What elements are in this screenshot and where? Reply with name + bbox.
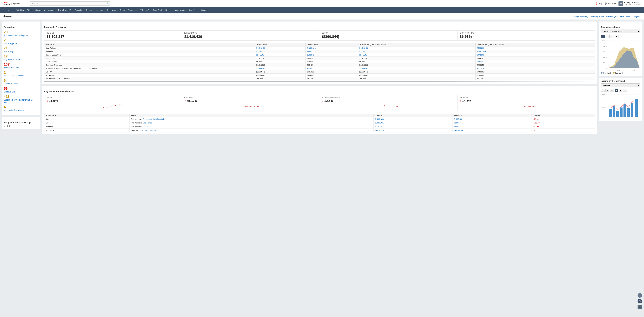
feedback-button[interactable]: 💬 Feedback bbox=[605, 2, 616, 5]
income-btn-line2[interactable]: ∿ bbox=[606, 89, 609, 92]
search-bar[interactable]: 🔍 bbox=[30, 1, 110, 6]
kpi-bank-value: ↓ 12.8% bbox=[322, 99, 455, 103]
dial-float-button[interactable]: 📞 bbox=[638, 305, 642, 309]
nav-activities[interactable]: Activities bbox=[14, 7, 25, 13]
nav-reports[interactable]: Reports bbox=[84, 7, 94, 13]
table-row: Receivables bbox=[44, 128, 130, 132]
nav-analytics[interactable]: Analytics bbox=[94, 7, 105, 13]
table-row: $1,395,831 bbox=[452, 117, 532, 121]
table-row: This Period vs. Last Period bbox=[129, 125, 373, 128]
personalize-dropdown[interactable]: Personalize ▾ bbox=[620, 15, 632, 17]
cfo-item[interactable]: ☰ CFO bbox=[4, 125, 38, 127]
table-row: $40,105,187 bbox=[373, 128, 452, 132]
nav-support[interactable]: Support bbox=[200, 7, 210, 13]
chart-btn-area[interactable]: ⏌ bbox=[601, 35, 605, 38]
kpi-title: Key Performance Indicators bbox=[44, 90, 595, 93]
history-button[interactable]: ↻ bbox=[592, 2, 593, 5]
table-row: $1,818,960 bbox=[255, 63, 306, 67]
table-row: 86.93% bbox=[255, 60, 306, 63]
table-row: $650,375 bbox=[305, 57, 358, 60]
table-row: ↓ 0.7% bbox=[532, 128, 595, 132]
reminder-link-per[interactable]: Periods to Close bbox=[4, 83, 38, 85]
table-row: $544,026 bbox=[476, 46, 595, 50]
change-subsidiary-link[interactable]: Change Subsidiary bbox=[572, 15, 588, 17]
chart-legend-comp: This Month Last Month bbox=[601, 72, 640, 74]
right-panel: · · · · · · Comparative Sales This Month… bbox=[599, 21, 642, 316]
kpi-payables-label: PAYABLES bbox=[460, 96, 593, 98]
reminder-link-io[interactable]: Invoices Overdue bbox=[4, 66, 38, 69]
income-btn-table[interactable]: ☰ bbox=[610, 89, 614, 92]
svg-text:27 Jan: 27 Jan bbox=[631, 69, 635, 71]
kpi-sales-sparkline bbox=[46, 103, 180, 109]
search-input[interactable] bbox=[30, 1, 110, 6]
income-trend-dropdown[interactable]: By Period bbox=[601, 83, 640, 87]
nav-ap[interactable]: A/P bbox=[144, 7, 151, 13]
nav-financial[interactable]: Financial bbox=[73, 7, 84, 13]
reminder-allocation: 1 Allocation Schedule due bbox=[4, 70, 38, 77]
help-button[interactable]: ❓ Help bbox=[596, 2, 602, 5]
table-row: Expenses (excluding Interest, Tax, Depre… bbox=[44, 67, 255, 70]
chart-btn-line[interactable]: ∿ bbox=[606, 35, 610, 38]
nav-deduction-mgmt[interactable]: Deduction Management bbox=[164, 7, 188, 13]
chart-btn-bar[interactable]: ▮ bbox=[615, 35, 618, 38]
nav-icon-refresh[interactable]: ↻ bbox=[1, 9, 6, 11]
home-header-actions: Change Subsidiary Viewing: Portlet date … bbox=[572, 15, 642, 17]
nav-suiteapps[interactable]: SuiteApps bbox=[188, 7, 200, 13]
table-row: 37.13% bbox=[476, 77, 595, 80]
chart-btn-table[interactable]: ☰ bbox=[610, 35, 614, 38]
drag-handle-financials[interactable]: · · · · · · bbox=[44, 23, 595, 25]
comparative-sales-dropdown[interactable]: This Month vs Last Month bbox=[601, 29, 640, 33]
metric-bank-label: BANK BALANCE bbox=[184, 32, 317, 34]
reminder-link-po[interactable]: Purchase Orders to Approve bbox=[4, 34, 38, 36]
table-scrollbar[interactable] bbox=[44, 81, 595, 82]
reminder-customers-noactivity: 413 Customers with No Activity in Past M… bbox=[4, 95, 38, 103]
nav-setup[interactable]: Setup bbox=[118, 7, 126, 13]
kpi-bank-box: TOTAL BANK BALANCE ↓ 12.8% bbox=[320, 95, 458, 111]
viewing-dropdown[interactable]: Viewing: Portlet date settings ▾ bbox=[591, 15, 618, 17]
user-info[interactable]: RP Raditya Pratama Logiframe - Administr… bbox=[618, 1, 642, 6]
nav-customers[interactable]: Customers bbox=[34, 7, 46, 13]
indicators-table: INDICATOR THIS PERIOD LAST PERIOD THIS F… bbox=[44, 43, 595, 80]
income-btn-bar2[interactable]: ▮ bbox=[619, 89, 622, 92]
table-row: $835,317 bbox=[452, 125, 532, 128]
table-row: $835,317 bbox=[305, 50, 358, 53]
drag-handle-reminders[interactable]: · · · · · · bbox=[4, 23, 38, 25]
nav-ar[interactable]: A/R bbox=[138, 7, 144, 13]
reminder-number-pd: 17 bbox=[4, 54, 38, 58]
svg-rect-23 bbox=[620, 107, 622, 117]
kpi-table: ▼ INDICATOR PERIOD CURRENT PREVIOUS CHAN… bbox=[44, 114, 595, 132]
table-row: This Month vs. Same Month Last FQtr to D… bbox=[129, 117, 373, 121]
income-btn-line3[interactable]: ∿ bbox=[623, 89, 627, 92]
reminder-link-al[interactable]: Allocation Schedule due bbox=[4, 75, 38, 77]
info-float-button[interactable]: ⓘ bbox=[638, 299, 642, 304]
income-btn-bar[interactable]: ▮ bbox=[614, 89, 618, 92]
reminder-link-ob[interactable]: Overdue Bills bbox=[4, 91, 38, 93]
nav-payments[interactable]: Payments bbox=[126, 7, 138, 13]
drag-handle-kpi[interactable]: · · · · · · bbox=[44, 88, 595, 90]
layout-dropdown[interactable]: Layout ▾ bbox=[634, 15, 642, 17]
nav-sales-audit[interactable]: Sales Audit bbox=[151, 7, 164, 13]
reminder-invoices-overdue: 137 Invoices Overdue bbox=[4, 62, 38, 69]
nav-payroll[interactable]: Payroll and HR bbox=[57, 7, 73, 13]
svg-rect-22 bbox=[616, 111, 619, 117]
reminder-link-cna[interactable]: Customers with No Activity in Past Month bbox=[4, 99, 38, 103]
reminder-vendor-credits: 4 Vendor Credits to Apply bbox=[4, 105, 38, 111]
reminder-link-bp[interactable]: Bills to Pay bbox=[4, 50, 38, 53]
income-btn-line1[interactable]: ∿ bbox=[601, 89, 605, 92]
kpi-th-current: CURRENT bbox=[373, 114, 452, 117]
svg-text:400.0K: 400.0K bbox=[603, 57, 608, 58]
nav-billing[interactable]: Billing bbox=[25, 7, 34, 13]
reminder-link-ba[interactable]: Bills to Approve bbox=[4, 42, 38, 44]
reminder-link-vc[interactable]: Vendor Credits to Apply bbox=[4, 109, 38, 111]
table-row: Gross Profit bbox=[44, 57, 255, 60]
nav-documents[interactable]: Documents bbox=[105, 7, 118, 13]
reminder-link-pd[interactable]: Payments to Deposit bbox=[4, 58, 38, 61]
drag-handle-nav[interactable]: · · · · · · bbox=[4, 119, 38, 121]
nav-icon-home[interactable]: ⌂ bbox=[10, 9, 14, 11]
help-float-button[interactable]: ? bbox=[638, 293, 642, 298]
table-row: $230,474 bbox=[452, 121, 532, 125]
nav-icon-star[interactable]: ★ bbox=[6, 9, 10, 11]
oracle-logo: ORACLE NetSuite bbox=[2, 2, 10, 5]
drag-handle-comp-sales[interactable]: · · · · · · bbox=[601, 23, 640, 25]
nav-vendors[interactable]: Vendors bbox=[46, 7, 57, 13]
